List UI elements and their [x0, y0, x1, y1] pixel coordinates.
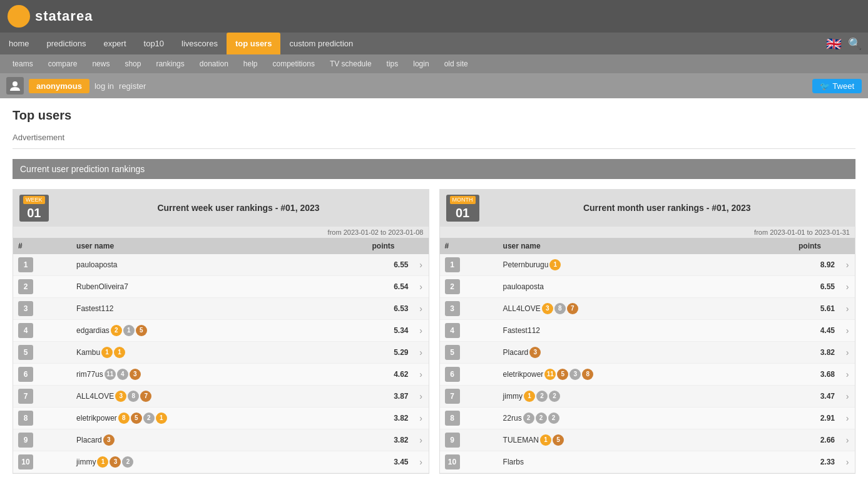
nav-custom-prediction[interactable]: custom prediction: [280, 33, 362, 54]
nav-tv-schedule[interactable]: TV schedule: [322, 54, 379, 73]
nav-tips[interactable]: tips: [379, 54, 406, 73]
username-cell[interactable]: Placard3: [498, 341, 732, 363]
week-panel-header: week 01 Current week user rankings - #01…: [13, 190, 429, 227]
chevron-cell[interactable]: ›: [840, 319, 855, 341]
nav-predictions[interactable]: predictions: [38, 33, 95, 54]
username-cell[interactable]: Fastest112: [498, 319, 732, 341]
nav-old-site[interactable]: old site: [437, 54, 476, 73]
tweet-button[interactable]: 🐦 Tweet: [812, 79, 862, 93]
nav-competitions[interactable]: competitions: [265, 54, 322, 73]
table-row: 5 Placard3 3.82 ›: [440, 341, 855, 363]
nav-home[interactable]: home: [0, 33, 38, 54]
month-cal-num: 01: [456, 206, 469, 220]
chevron-cell[interactable]: ›: [414, 341, 429, 363]
username-cell[interactable]: ALL4LOVE387: [71, 385, 305, 407]
username-cell[interactable]: Peternburugu1: [498, 254, 732, 276]
week-col-username: user name: [71, 238, 305, 254]
nav-login[interactable]: login: [406, 54, 436, 73]
points-cell: 3.68: [732, 363, 840, 385]
nav-help[interactable]: help: [236, 54, 265, 73]
rank-num-cell: 3: [440, 297, 498, 319]
username-cell[interactable]: Placard3: [71, 429, 305, 451]
twitter-bird-icon: 🐦: [820, 81, 830, 91]
table-row: 5 Kambu11 5.29 ›: [13, 341, 429, 363]
points-cell: 3.87: [305, 385, 413, 407]
nav-livescores[interactable]: livescores: [173, 33, 227, 54]
username-cell[interactable]: edgardias215: [71, 319, 305, 341]
points-cell: 6.53: [305, 297, 413, 319]
chevron-cell[interactable]: ›: [414, 407, 429, 429]
username-cell[interactable]: rim77us1143: [71, 363, 305, 385]
username-cell[interactable]: eletrikpower8521: [71, 407, 305, 429]
username-cell[interactable]: jimmy132: [71, 451, 305, 473]
points-cell: 3.47: [732, 385, 840, 407]
rank-num-cell: 3: [13, 297, 71, 319]
register-link[interactable]: register: [119, 81, 146, 91]
badge-silver: 11: [105, 369, 116, 380]
badge-gold: 11: [544, 369, 556, 380]
chevron-right-icon: ›: [846, 391, 849, 401]
username-cell[interactable]: Flarbs: [498, 451, 732, 473]
nav-top-users[interactable]: top users: [227, 33, 281, 54]
search-icon[interactable]: 🔍: [848, 37, 862, 51]
nav-compare[interactable]: compare: [41, 54, 85, 73]
nav-news[interactable]: news: [84, 54, 117, 73]
username-cell[interactable]: TULEMAN15: [498, 429, 732, 451]
table-row: 9 TULEMAN15 2.66 ›: [440, 429, 855, 451]
chevron-cell[interactable]: ›: [414, 319, 429, 341]
chevron-cell[interactable]: ›: [840, 429, 855, 451]
rank-num-cell: 2: [13, 275, 71, 297]
badge-gold: 3: [542, 303, 553, 314]
username-cell[interactable]: 22rus222: [498, 407, 732, 429]
table-row: 8 eletrikpower8521 3.82 ›: [13, 407, 429, 429]
chevron-cell[interactable]: ›: [840, 451, 855, 473]
month-cal-label: month: [450, 196, 476, 204]
rank-num-cell: 10: [440, 451, 498, 473]
flag-uk-icon[interactable]: 🇬🇧: [826, 36, 842, 51]
site-name: statarea: [35, 8, 93, 24]
nav-shop[interactable]: shop: [117, 54, 148, 73]
chevron-cell[interactable]: ›: [840, 363, 855, 385]
rank-num-cell: 7: [440, 385, 498, 407]
badge-bronze: 5: [553, 434, 564, 446]
badge-bronze: 3: [103, 434, 115, 446]
nav-teams[interactable]: teams: [5, 54, 41, 73]
username-badge[interactable]: anonymous: [29, 79, 89, 93]
username-cell[interactable]: Kambu11: [71, 341, 305, 363]
chevron-cell[interactable]: ›: [414, 275, 429, 297]
badge-gold: 1: [540, 434, 551, 446]
badge-silver: 8: [554, 303, 566, 314]
chevron-cell[interactable]: ›: [840, 385, 855, 407]
badge-silver: 2: [536, 413, 547, 424]
table-row: 9 Placard3 3.82 ›: [13, 429, 429, 451]
chevron-cell[interactable]: ›: [414, 429, 429, 451]
username-cell[interactable]: eletrikpower11538: [498, 363, 732, 385]
username-cell[interactable]: pauloaposta: [71, 254, 305, 276]
chevron-cell[interactable]: ›: [414, 363, 429, 385]
chevron-cell[interactable]: ›: [414, 297, 429, 319]
chevron-cell[interactable]: ›: [414, 254, 429, 276]
chevron-cell[interactable]: ›: [840, 341, 855, 363]
points-cell: 5.34: [305, 319, 413, 341]
table-row: 6 eletrikpower11538 3.68 ›: [440, 363, 855, 385]
chevron-cell[interactable]: ›: [414, 385, 429, 407]
nav-expert[interactable]: expert: [94, 33, 135, 54]
chevron-cell[interactable]: ›: [840, 407, 855, 429]
nav-top10[interactable]: top10: [135, 33, 173, 54]
login-link[interactable]: log in: [94, 81, 114, 91]
username-cell[interactable]: ALL4LOVE387: [498, 297, 732, 319]
username-cell[interactable]: pauloaposta: [498, 275, 732, 297]
rank-number: 10: [445, 454, 460, 469]
nav-donation[interactable]: donation: [192, 54, 236, 73]
chevron-cell[interactable]: ›: [840, 254, 855, 276]
chevron-cell[interactable]: ›: [840, 275, 855, 297]
chevron-cell[interactable]: ›: [840, 297, 855, 319]
nav-rankings[interactable]: rankings: [148, 54, 191, 73]
badge-bronze: 7: [140, 391, 151, 402]
username-cell[interactable]: Fastest112: [71, 297, 305, 319]
points-cell: 4.62: [305, 363, 413, 385]
username-cell[interactable]: RubenOliveira7: [71, 275, 305, 297]
logo-circle: [8, 5, 30, 28]
chevron-cell[interactable]: ›: [414, 451, 429, 473]
username-cell[interactable]: jimmy122: [498, 385, 732, 407]
